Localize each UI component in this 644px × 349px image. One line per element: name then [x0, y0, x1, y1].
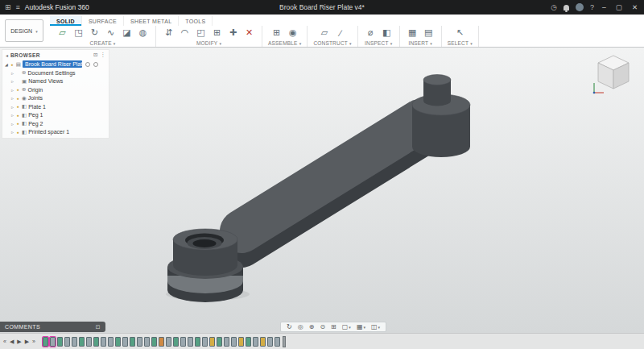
joint-icon[interactable]: ◉	[286, 27, 299, 39]
visibility-icon[interactable]: ●	[10, 62, 14, 67]
timeline-extrude[interactable]	[275, 337, 280, 347]
timeline-sketch[interactable]	[93, 337, 99, 347]
panel-menu-icon[interactable]: ⋮	[101, 52, 106, 58]
timeline-sketch[interactable]	[79, 337, 85, 347]
browser-item[interactable]: ● ⊕ Origin	[2, 85, 109, 94]
expand-chevron-icon[interactable]	[5, 61, 8, 67]
timeline-extrude[interactable]	[72, 337, 77, 347]
tab-surface[interactable]: SURFACE	[82, 16, 124, 26]
timeline-extrude[interactable]	[231, 337, 237, 347]
model-hole-through[interactable]	[193, 239, 217, 247]
minimize-button[interactable]: –	[601, 3, 608, 11]
expand-chevron-icon[interactable]	[11, 104, 14, 110]
timeline-extrude[interactable]	[224, 337, 229, 347]
zoom-icon[interactable]: ⊙	[320, 323, 325, 330]
timeline-sketch[interactable]	[151, 337, 157, 347]
panel-options-icon[interactable]: ⊡	[93, 52, 97, 58]
timeline-sketch[interactable]	[195, 337, 200, 347]
timeline-extrude[interactable]	[253, 337, 258, 347]
workspace-switcher[interactable]: DESIGN	[5, 19, 43, 42]
tab-solid[interactable]: SOLID	[50, 16, 82, 26]
timeline-sketch[interactable]	[217, 337, 222, 347]
step-back-button[interactable]: ◀	[10, 339, 14, 345]
expand-chevron-icon[interactable]	[11, 112, 14, 118]
comments-panel-icon[interactable]: ⊡	[96, 324, 101, 330]
timeline-extrude[interactable]	[202, 337, 208, 347]
shell-icon[interactable]: ◰	[194, 27, 208, 39]
timeline-extrude[interactable]	[180, 337, 186, 347]
browser-item[interactable]: ● ◉ Joints	[2, 94, 109, 103]
insert-canvas-icon[interactable]: ▤	[422, 27, 436, 39]
grid-settings-icon[interactable]: ▦	[357, 323, 365, 330]
visibility-icon[interactable]: ●	[15, 104, 20, 109]
display-settings-icon[interactable]: ▢	[342, 323, 351, 330]
extrude-icon[interactable]: ◳	[72, 27, 85, 39]
expand-chevron-icon[interactable]	[11, 70, 14, 76]
timeline-joint[interactable]	[209, 337, 215, 347]
modify-menu[interactable]: MODIFY	[196, 39, 221, 47]
document-title[interactable]: Brook Board Riser Plate v4*	[0, 3, 644, 11]
timeline-extrude[interactable]	[86, 337, 92, 347]
timeline-joint[interactable]	[238, 337, 244, 347]
viewport-canvas[interactable]: BROWSER ⊡ ⋮ ● ▤ Brook Board Riser Plat..…	[0, 48, 644, 333]
select-icon[interactable]: ↖	[453, 27, 467, 39]
inspect-menu[interactable]: INSPECT	[365, 39, 392, 47]
move-copy-icon[interactable]: ✚	[226, 27, 240, 39]
viewports-icon[interactable]: ◫	[371, 323, 380, 330]
browser-item[interactable]: ● ◧ Peg 2	[2, 119, 109, 128]
pan-icon[interactable]: ⊕	[309, 323, 315, 330]
timeline-extrude[interactable]	[267, 337, 273, 347]
model-peg-top[interactable]	[423, 75, 451, 85]
new-component-icon[interactable]: ⊞	[270, 27, 283, 39]
collapse-browser-icon[interactable]	[6, 52, 8, 58]
close-button[interactable]: ✕	[630, 3, 639, 11]
look-at-icon[interactable]: ◎	[298, 323, 303, 330]
user-avatar[interactable]	[576, 3, 584, 11]
press-pull-icon[interactable]: ⇵	[162, 27, 175, 39]
visibility-icon[interactable]: ●	[15, 113, 20, 118]
section-analysis-icon[interactable]: ◧	[380, 27, 394, 39]
timeline-marker[interactable]	[283, 336, 286, 347]
delete-icon[interactable]: ✕	[242, 27, 256, 39]
expand-chevron-icon[interactable]	[11, 129, 14, 135]
create-menu[interactable]: CREATE	[90, 39, 116, 47]
go-to-end-button[interactable]: »	[32, 339, 35, 345]
job-status-icon[interactable]: ◷	[551, 0, 557, 15]
construct-menu[interactable]: CONSTRUCT	[313, 39, 351, 47]
measure-icon[interactable]: ⌀	[364, 27, 378, 39]
help-icon[interactable]: ?	[590, 0, 594, 15]
sweep-icon[interactable]: ∿	[104, 27, 118, 39]
view-cube[interactable]	[591, 51, 636, 96]
browser-item[interactable]: ● ◧ Plate 1	[2, 102, 109, 111]
step-forward-button[interactable]: ▶	[25, 339, 29, 345]
timeline-sketch[interactable]	[246, 337, 251, 347]
visibility-icon[interactable]: ●	[15, 87, 20, 92]
timeline-extrude[interactable]	[122, 337, 128, 347]
browser-item[interactable]: ⊛ Document Settings	[2, 69, 109, 77]
root-component-name[interactable]: Brook Board Riser Plat...	[23, 60, 82, 68]
component-color-toggle-icon[interactable]	[85, 62, 90, 67]
visibility-icon[interactable]: ●	[15, 130, 20, 135]
assemble-menu[interactable]: ASSEMBLE	[268, 39, 301, 47]
tab-sheet-metal[interactable]: SHEET METAL	[124, 16, 179, 26]
go-to-begin-button[interactable]: «	[3, 339, 6, 345]
timeline-extrude[interactable]	[108, 337, 114, 347]
browser-item[interactable]: ● ◧ Peg 1	[2, 111, 109, 120]
axis-icon[interactable]: ∕	[334, 27, 348, 39]
expand-chevron-icon[interactable]	[11, 121, 14, 127]
tab-tools[interactable]: TOOLS	[179, 16, 213, 26]
create-sketch-icon[interactable]: ▱	[56, 27, 69, 39]
timeline-joint[interactable]	[260, 337, 266, 347]
combine-icon[interactable]: ⊞	[210, 27, 224, 39]
browser-root-item[interactable]: ● ▤ Brook Board Riser Plat...	[2, 60, 109, 69]
timeline-extrude[interactable]	[101, 337, 106, 347]
maximize-button[interactable]: ▢	[614, 3, 624, 11]
create-form-icon[interactable]: ◍	[136, 27, 150, 39]
browser-item[interactable]: ▣ Named Views	[2, 77, 109, 86]
timeline-extrude[interactable]	[144, 337, 150, 347]
loft-icon[interactable]: ◪	[120, 27, 134, 39]
timeline-fillet[interactable]	[159, 337, 164, 347]
fillet-icon[interactable]: ◠	[178, 27, 192, 39]
timeline-sketch[interactable]	[57, 337, 63, 347]
comments-bar[interactable]: COMMENTS ⊡	[0, 322, 105, 332]
